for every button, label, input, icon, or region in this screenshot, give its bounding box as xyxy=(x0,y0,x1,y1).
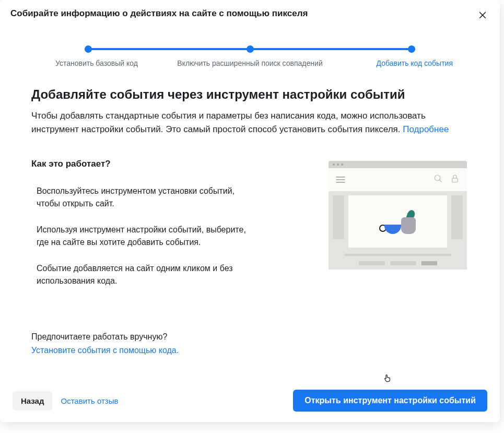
svg-line-3 xyxy=(439,180,442,182)
browser-bottom xyxy=(329,248,467,265)
how-step-2: Используя инструмент настройки событий, … xyxy=(31,224,251,249)
lock-icon xyxy=(450,174,460,185)
cup-vase-illustration xyxy=(377,206,419,237)
progress-stepper: Установить базовый код Включить расширен… xyxy=(0,31,500,67)
back-button[interactable]: Назад xyxy=(13,391,52,411)
stepper-dot-3 xyxy=(408,45,415,53)
browser-main-area xyxy=(348,195,447,248)
how-heading: Как это работает? xyxy=(31,159,308,169)
stepper-label-3: Добавить код события xyxy=(348,59,453,67)
svg-rect-4 xyxy=(452,178,458,182)
manual-question: Предпочитаете работать вручную? xyxy=(31,330,468,344)
browser-illustration xyxy=(329,161,467,270)
stepper-dot-2 xyxy=(247,45,254,53)
manual-section: Предпочитаете работать вручную? Установи… xyxy=(31,330,468,357)
how-step-3: Событие добавляется на сайт одним кликом… xyxy=(31,262,251,287)
manual-code-link[interactable]: Установите события с помощью кода. xyxy=(31,344,468,357)
description-text: Чтобы добавлять стандартные события и па… xyxy=(31,111,426,134)
open-event-tool-button[interactable]: Открыть инструмент настройки событий xyxy=(293,390,487,412)
modal-container: Собирайте информацию о действиях на сайт… xyxy=(0,0,500,422)
browser-titlebar xyxy=(329,161,467,168)
how-it-works-section: Как это работает? Воспользуйтесь инструм… xyxy=(31,159,468,301)
browser-toolbar xyxy=(329,168,467,191)
modal-content: Добавляйте события через инструмент наст… xyxy=(0,67,500,381)
modal-footer: Назад Оставить отзыв Открыть инструмент … xyxy=(0,381,500,422)
browser-side-right xyxy=(451,195,463,239)
search-icon xyxy=(433,174,443,185)
hamburger-icon xyxy=(336,177,345,183)
how-step-1: Воспользуйтесь инструментом установки со… xyxy=(31,185,251,210)
learn-more-link[interactable]: Подробнее xyxy=(403,124,449,134)
close-button[interactable] xyxy=(476,8,489,24)
stepper-dot-1 xyxy=(85,45,92,53)
how-right-column xyxy=(329,159,468,301)
stepper-label-1: Установить базовый код xyxy=(47,59,151,67)
modal-header: Собирайте информацию о действиях на сайт… xyxy=(0,0,500,31)
stepper-label-2: Включить расширенный поиск совпадений xyxy=(151,59,348,67)
content-heading: Добавляйте события через инструмент наст… xyxy=(31,87,468,102)
browser-side-left xyxy=(333,195,344,239)
feedback-link[interactable]: Оставить отзыв xyxy=(61,396,118,405)
close-icon xyxy=(478,10,487,20)
content-description: Чтобы добавлять стандартные события и па… xyxy=(31,109,468,136)
modal-title: Собирайте информацию о действиях на сайт… xyxy=(10,8,308,19)
svg-point-2 xyxy=(435,175,440,181)
how-left-column: Как это работает? Воспользуйтесь инструм… xyxy=(31,159,308,301)
